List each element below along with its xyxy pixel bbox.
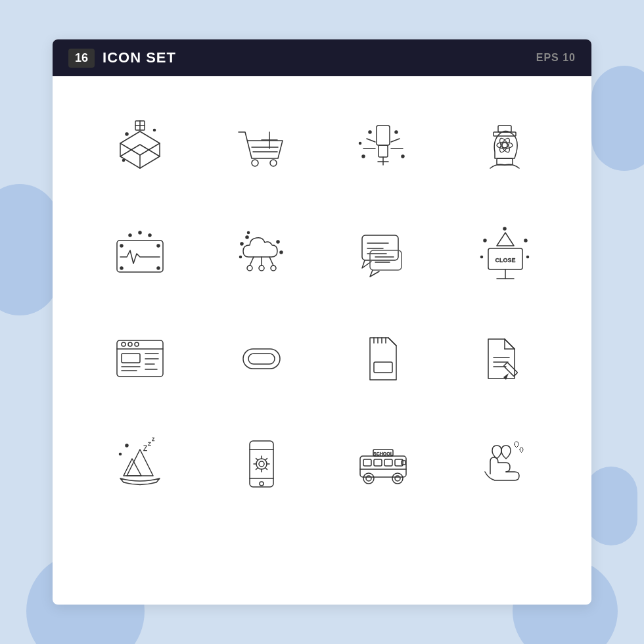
svg-point-72 (526, 256, 528, 258)
svg-line-121 (265, 459, 267, 461)
svg-point-27 (369, 131, 371, 133)
svg-point-40 (120, 267, 123, 269)
svg-point-78 (135, 342, 139, 346)
svg-point-70 (524, 239, 527, 242)
svg-point-52 (246, 236, 248, 239)
svg-point-51 (241, 242, 243, 245)
header-format: EPS 10 (536, 52, 576, 64)
close-sign-icon-cell: CLOSE (444, 201, 565, 306)
svg-line-120 (265, 468, 267, 470)
svg-point-42 (129, 234, 131, 237)
icons-grid: CLOSE (53, 76, 591, 536)
svg-rect-30 (497, 158, 513, 165)
cloud-network-icon (229, 221, 294, 287)
svg-point-76 (122, 342, 126, 346)
sd-card-icon-cell (322, 306, 444, 411)
svg-rect-135 (402, 461, 405, 465)
svg-text:Z: Z (148, 441, 151, 447)
health-card-icon-cell (79, 201, 200, 306)
svg-line-122 (256, 468, 258, 470)
smart-head-icon-cell (444, 96, 565, 201)
svg-point-9 (153, 129, 155, 131)
svg-rect-79 (122, 354, 140, 363)
close-sign-icon: CLOSE (472, 221, 538, 287)
svg-line-119 (256, 459, 258, 461)
svg-point-134 (395, 476, 400, 481)
svg-point-43 (149, 234, 151, 237)
svg-point-71 (480, 256, 482, 258)
bg-blob-right-bottom (585, 467, 637, 545)
svg-point-133 (392, 473, 403, 484)
svg-point-131 (363, 473, 374, 484)
svg-point-49 (259, 265, 264, 271)
svg-point-112 (260, 482, 264, 486)
svg-text:CLOSE: CLOSE (495, 257, 515, 264)
box-3d-icon (107, 116, 173, 181)
svg-point-38 (120, 244, 123, 247)
smart-head-icon (472, 116, 538, 181)
svg-point-50 (271, 265, 276, 271)
header-title: ICON SET (103, 49, 176, 66)
svg-point-53 (277, 241, 279, 243)
svg-point-44 (139, 231, 141, 234)
svg-point-8 (126, 133, 128, 135)
svg-line-47 (269, 257, 273, 265)
svg-text:Z: Z (152, 437, 155, 442)
school-bus-icon: SCHOOL (350, 431, 416, 497)
svg-marker-67 (497, 233, 514, 246)
svg-point-26 (402, 155, 404, 158)
svg-point-10 (122, 160, 124, 162)
mobile-settings-icon (229, 431, 294, 497)
svg-line-45 (250, 257, 254, 265)
svg-point-39 (157, 244, 160, 247)
school-bus-icon-cell: SCHOOL (322, 411, 444, 517)
svg-point-29 (359, 143, 361, 145)
camp-icon-cell: Z Z Z (79, 411, 200, 517)
svg-text:Z: Z (143, 445, 147, 452)
browser-icon (107, 326, 173, 392)
svg-point-56 (247, 232, 249, 234)
svg-point-48 (247, 265, 252, 271)
bg-blob-left (0, 184, 59, 315)
camp-icon: Z Z Z (107, 431, 173, 497)
bg-blob-right-top (591, 66, 644, 171)
svg-marker-103 (124, 459, 141, 476)
svg-line-22 (391, 139, 400, 142)
spark-plug-icon (350, 116, 416, 181)
chat-icon-cell (322, 201, 444, 306)
svg-point-114 (259, 461, 264, 467)
add-to-cart-icon-cell (200, 96, 322, 201)
svg-rect-128 (384, 459, 392, 466)
charity-icon (472, 431, 538, 497)
stadium-icon-cell (200, 306, 322, 411)
svg-rect-87 (248, 354, 275, 364)
main-card: 16 ICON SET EPS 10 (53, 39, 591, 605)
svg-point-73 (503, 227, 506, 230)
charity-icon-cell (444, 411, 565, 517)
mobile-settings-icon-cell (200, 411, 322, 517)
svg-point-69 (484, 239, 486, 242)
stadium-icon (229, 326, 294, 392)
health-card-icon (107, 221, 173, 287)
svg-point-41 (157, 267, 160, 269)
svg-point-107 (126, 444, 128, 447)
svg-point-28 (395, 131, 398, 133)
svg-rect-93 (374, 362, 392, 373)
svg-line-88 (388, 338, 396, 346)
svg-point-13 (252, 160, 258, 166)
svg-rect-127 (374, 459, 382, 466)
svg-point-132 (366, 476, 371, 481)
svg-point-14 (270, 160, 277, 166)
svg-rect-100 (503, 362, 517, 376)
svg-point-25 (362, 155, 365, 158)
svg-text:SCHOOL: SCHOOL (373, 451, 394, 456)
svg-marker-102 (127, 449, 153, 476)
svg-point-77 (128, 342, 132, 346)
chat-icon (350, 221, 416, 287)
svg-rect-17 (377, 126, 390, 145)
box-3d-icon-cell (79, 96, 200, 201)
edit-document-icon (472, 326, 538, 392)
svg-rect-18 (379, 145, 388, 157)
svg-line-21 (367, 139, 375, 142)
svg-point-108 (119, 453, 121, 455)
